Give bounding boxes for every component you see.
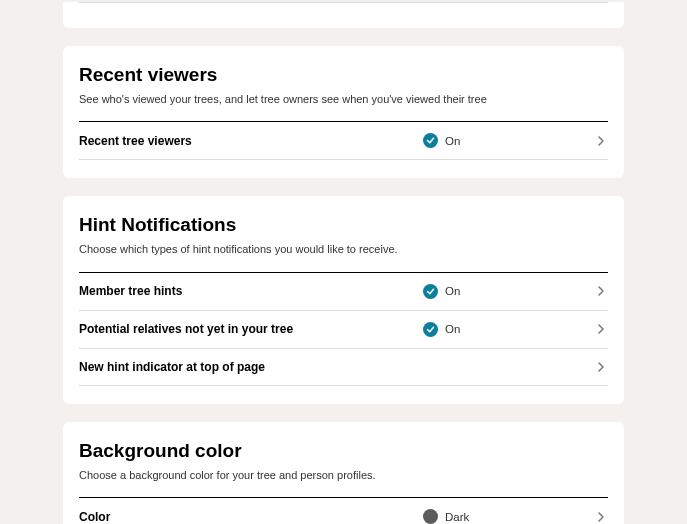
previous-section-stub [63,2,624,28]
potential-relatives-row[interactable]: Potential relatives not yet in your tree… [79,310,608,348]
recent-viewers-section: Recent viewers See who's viewed your tre… [63,46,624,178]
row-value: On [445,285,460,297]
dark-swatch-icon [423,509,438,524]
row-value: On [445,135,460,147]
row-value: Dark [445,511,469,523]
hint-notifications-section: Hint Notifications Choose which types of… [63,196,624,403]
row-label: Color [79,510,423,524]
section-title: Background color [79,440,608,462]
chevron-right-icon [594,362,608,372]
section-description: Choose a background color for your tree … [79,468,608,483]
check-icon [423,322,438,337]
row-label: Member tree hints [79,284,423,298]
new-hint-indicator-row[interactable]: New hint indicator at top of page [79,348,608,386]
color-row[interactable]: Color Dark [79,498,608,524]
member-tree-hints-row[interactable]: Member tree hints On [79,273,608,310]
chevron-right-icon [594,324,608,334]
background-color-section: Background color Choose a background col… [63,422,624,524]
section-title: Hint Notifications [79,214,608,236]
check-icon [423,284,438,299]
row-label: Recent tree viewers [79,134,423,148]
chevron-right-icon [594,136,608,146]
chevron-right-icon [594,286,608,296]
section-title: Recent viewers [79,64,608,86]
row-label: Potential relatives not yet in your tree [79,322,423,336]
chevron-right-icon [594,512,608,522]
section-description: Choose which types of hint notifications… [79,242,608,257]
recent-tree-viewers-row[interactable]: Recent tree viewers On [79,122,608,160]
row-label: New hint indicator at top of page [79,360,423,374]
section-description: See who's viewed your trees, and let tre… [79,92,608,107]
check-icon [423,133,438,148]
row-value: On [445,323,460,335]
